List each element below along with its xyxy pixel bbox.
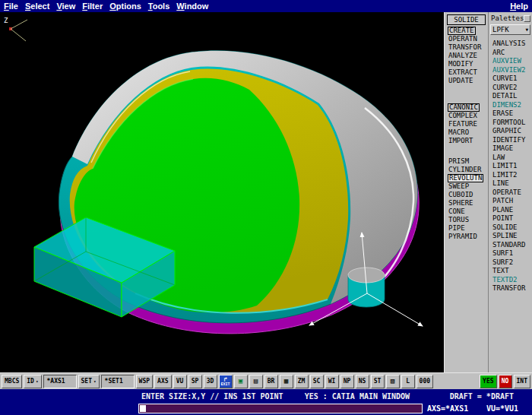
function-item[interactable]: SWEEP xyxy=(445,182,488,191)
palette-item[interactable]: STANDARD xyxy=(489,241,532,250)
function-item[interactable]: EXTRACT xyxy=(445,68,488,77)
function-item[interactable]: CYLINDER xyxy=(445,166,488,174)
palette-item[interactable]: OPERATE xyxy=(489,188,532,198)
dropdown-arrow-icon: ▾ xyxy=(93,379,97,384)
palettes-collapse-button[interactable] xyxy=(524,15,530,22)
menu-item[interactable]: View xyxy=(56,2,75,11)
model-axis-triad: Z xyxy=(4,17,27,41)
menu-item[interactable]: Select xyxy=(25,2,49,11)
solide-primitive-group: PRISMCYLINDERREVOLUTNSWEEPCUBOIDSPHERECO… xyxy=(445,157,488,241)
menu-item[interactable]: Window xyxy=(176,2,208,11)
display-mode-button[interactable]: SC xyxy=(310,375,324,388)
palette-item[interactable]: CURVE2 xyxy=(489,84,532,93)
function-item[interactable]: SPHERE xyxy=(445,199,488,208)
int-button[interactable]: INT xyxy=(514,375,530,388)
display-mode-button[interactable]: NP xyxy=(340,375,354,388)
display-mode-button[interactable]: WI xyxy=(325,375,339,388)
function-item[interactable]: CANONIC xyxy=(445,103,488,112)
palette-item[interactable]: SURF2 xyxy=(489,258,532,268)
function-item[interactable]: MACRO xyxy=(445,128,488,137)
palette-item[interactable]: DIMENS2 xyxy=(489,101,532,110)
palette-item[interactable]: LIMIT2 xyxy=(489,171,532,180)
layer-icon: ▧ xyxy=(391,378,394,385)
view-mode-button[interactable]: VU xyxy=(173,375,187,388)
function-item[interactable]: PIPE xyxy=(445,224,488,233)
palette-item[interactable]: ANALYSIS xyxy=(489,40,532,49)
palette-item[interactable]: TRANSFOR xyxy=(489,284,532,293)
menu-items: FileSelectViewFilterOptionsToolsWindow xyxy=(4,2,208,11)
palette-item[interactable]: LINE xyxy=(489,179,532,188)
solide-panel: SOLIDE CREATEOPERATNTRANSFORANALYZEMODIF… xyxy=(444,12,488,372)
solide-create-group: CREATEOPERATNTRANSFORANALYZEMODIFYEXTRAC… xyxy=(445,27,488,85)
function-item[interactable]: CREATE xyxy=(445,27,488,35)
current-set-field[interactable]: *SET1 xyxy=(101,375,135,388)
palette-item[interactable]: AUXVIEW xyxy=(489,57,532,66)
l-button[interactable]: L xyxy=(401,375,415,388)
view-mode-buttons: WSPAXSVUSP3D xyxy=(136,375,217,388)
palette-item[interactable]: DETAIL xyxy=(489,92,532,101)
palette-item[interactable]: ARC xyxy=(489,49,532,58)
mbcs-button[interactable]: MBCS xyxy=(2,375,22,388)
function-item[interactable]: CUBOID xyxy=(445,191,488,199)
palette-item[interactable]: CURVE1 xyxy=(489,74,532,84)
palette-item[interactable]: TEXT xyxy=(489,267,532,276)
palette-item[interactable]: PLANE xyxy=(489,206,532,215)
view-mode-button[interactable]: SP xyxy=(188,375,202,388)
function-item[interactable]: MODIFY xyxy=(445,60,488,68)
display-mode-button[interactable]: NS xyxy=(356,375,369,388)
exit-button[interactable]: ↱ EXIT xyxy=(219,375,233,388)
menu-item[interactable]: File xyxy=(4,2,18,11)
palette-item[interactable]: IMAGE xyxy=(489,144,532,154)
function-item[interactable]: IMPORT xyxy=(445,137,488,145)
view-mode-button[interactable]: WSP xyxy=(136,375,153,388)
function-item[interactable]: TRANSFOR xyxy=(445,43,488,52)
dropdown-arrow-icon: ▾ xyxy=(36,379,39,384)
palette-selector[interactable]: LPFK ▼ xyxy=(490,24,530,35)
palette-item[interactable]: ERASE xyxy=(489,109,532,119)
palette-item[interactable]: IDENTIFY xyxy=(489,136,532,145)
function-item[interactable]: CONE xyxy=(445,208,488,216)
function-item[interactable]: OPERATN xyxy=(445,35,488,43)
menu-item[interactable]: Tools xyxy=(148,2,170,11)
layer-icon-button[interactable]: ▧ xyxy=(386,375,400,388)
function-item[interactable]: ANALYZE xyxy=(445,52,488,60)
palette-item[interactable]: POINT xyxy=(489,214,532,223)
grid-icon-button[interactable]: ▦ xyxy=(280,375,293,388)
display-mode-button[interactable]: ZM xyxy=(295,375,309,388)
palette-item[interactable]: SOLIDE xyxy=(489,223,532,233)
palette-item[interactable]: PATCH xyxy=(489,197,532,206)
function-item[interactable]: FEATURE xyxy=(445,120,488,128)
br-button[interactable]: BR xyxy=(264,375,278,388)
palette-item[interactable]: SPLINE xyxy=(489,232,532,241)
palette-item[interactable]: SURF1 xyxy=(489,249,532,258)
function-item[interactable]: COMPLEX xyxy=(445,112,488,120)
yes-button[interactable]: YES xyxy=(480,375,496,388)
palette-item[interactable]: FORMTOOL xyxy=(489,119,532,128)
display-mode-button[interactable]: ST xyxy=(371,375,385,388)
window-icon-button[interactable]: ▣ xyxy=(234,375,248,388)
id-dropdown-button[interactable]: ID ▾ xyxy=(24,375,41,388)
menu-item[interactable]: Filter xyxy=(82,2,103,11)
view-mode-button[interactable]: 3D xyxy=(204,375,217,388)
view-mode-button[interactable]: AXS xyxy=(154,375,171,388)
function-item[interactable]: TORUS xyxy=(445,216,488,224)
viewport-canvas[interactable]: Z xyxy=(0,12,444,372)
palette-item[interactable]: LAW xyxy=(489,154,532,163)
palette-item[interactable]: LIMIT1 xyxy=(489,162,532,171)
menu-item-help[interactable]: Help xyxy=(510,2,528,11)
command-toolbar: MBCS ID ▾ *AXS1 SET ▾ *SET1 WSPAXSVUSP3D… xyxy=(0,372,532,389)
function-item[interactable]: UPDATE xyxy=(445,77,488,85)
command-input[interactable] xyxy=(138,404,423,413)
menu-item[interactable]: Options xyxy=(109,2,141,11)
function-item[interactable]: PRISM xyxy=(445,157,488,166)
current-axis-field[interactable]: *AXS1 xyxy=(43,375,77,388)
palette-item[interactable]: GRAPHIC xyxy=(489,127,532,136)
palette-item[interactable]: AUXVIEW2 xyxy=(489,66,532,75)
set-dropdown-button[interactable]: SET ▾ xyxy=(78,375,100,388)
display-mode-buttons: ZMSCWINPNSST xyxy=(295,375,385,388)
function-item[interactable]: PYRAMID xyxy=(445,233,488,241)
palette-item[interactable]: TEXTD2 xyxy=(489,276,532,285)
no-button[interactable]: NO xyxy=(499,375,512,388)
function-item[interactable]: REVOLUTN xyxy=(445,174,488,182)
panel-icon-button[interactable]: ▤ xyxy=(249,375,263,388)
